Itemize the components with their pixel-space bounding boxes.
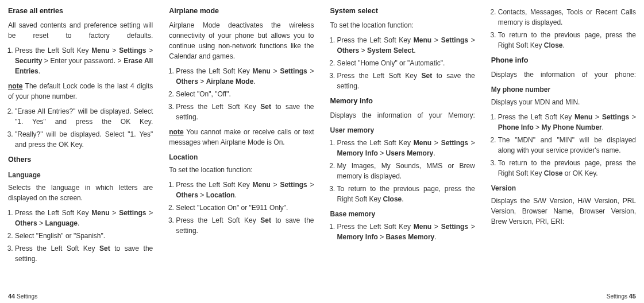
erase-step-2: "Erase All Entries?" will be displayed. … bbox=[15, 106, 153, 127]
language-step-1: Press the Left Soft Key Menu > Settings … bbox=[15, 208, 153, 228]
phone-info-description: Displays the information of your phone: bbox=[491, 69, 636, 80]
footer-left-page-44: 44 Settings bbox=[8, 292, 37, 301]
base-memory-steps: Press the Left Soft Key Menu > Settings … bbox=[330, 222, 475, 242]
my-number-step-3: To return to the previous page, press th… bbox=[498, 158, 636, 178]
footer-right-page-45: Settings 45 bbox=[607, 292, 636, 301]
heading-erase-all-entries: Erase all entries bbox=[8, 6, 153, 17]
language-steps: Press the Left Soft Key Menu > Settings … bbox=[8, 208, 153, 264]
heading-memory-info: Memory info bbox=[330, 96, 475, 107]
column-3: System select To set the location functi… bbox=[322, 0, 483, 303]
column-4: Contacts, Messages, Tools or Recent Call… bbox=[483, 0, 644, 303]
base-memory-step-3: To return to the previous page, press th… bbox=[498, 30, 636, 50]
base-memory-step-1: Press the Left Soft Key Menu > Settings … bbox=[337, 222, 475, 242]
airplane-step-2: Select "On", "Off". bbox=[176, 89, 314, 99]
system-step-3: Press the Left Soft Key Set to save the … bbox=[337, 71, 475, 91]
manual-page-spread: Erase all entries All saved contents and… bbox=[0, 0, 644, 303]
erase-steps: Press the Left Soft Key Menu > Settings … bbox=[8, 45, 153, 76]
location-description: To set the location function: bbox=[169, 165, 314, 175]
heading-airplane-mode: Airplane mode bbox=[169, 6, 314, 17]
memory-description: Displays the information of your Memory: bbox=[330, 110, 475, 121]
footer-label-settings: Settings bbox=[607, 293, 627, 300]
heading-my-phone-number: My phone number bbox=[491, 84, 636, 95]
user-memory-step-3: To return to the previous page, press th… bbox=[337, 184, 475, 204]
erase-note: note The default Lock code is the last 4… bbox=[8, 81, 153, 102]
user-memory-step-2: My Images, My Sounds, MMS or Brew memory… bbox=[337, 161, 475, 181]
system-description: To set the location function: bbox=[330, 20, 475, 30]
base-memory-step-2: Contacts, Messages, Tools or Recent Call… bbox=[498, 7, 636, 28]
version-description: Displays the S/W Version, H/W Version, P… bbox=[491, 196, 636, 227]
page-number-45: 45 bbox=[629, 293, 636, 300]
system-step-2: Select "Home Only" or "Automatic". bbox=[337, 58, 475, 68]
language-step-2: Select "English" or "Spanish". bbox=[15, 231, 153, 241]
heading-system-select: System select bbox=[330, 6, 475, 17]
column-2: Airplane mode Airplane Mode deactivates … bbox=[161, 0, 322, 303]
my-number-steps: Press the Left Soft Key Menu > Settings … bbox=[491, 112, 636, 178]
heading-version: Version bbox=[491, 183, 636, 193]
page-number-44: 44 bbox=[8, 293, 15, 300]
location-step-3: Press the Left Soft Key Set to save the … bbox=[176, 215, 314, 236]
airplane-step-1: Press the Left Soft Key Menu > Settings … bbox=[176, 66, 314, 87]
user-memory-steps: Press the Left Soft Key Menu > Settings … bbox=[330, 138, 475, 204]
erase-step-3: "Really?" will be displayed. Select "1. … bbox=[15, 129, 153, 150]
airplane-step-3: Press the Left Soft Key Set to save the … bbox=[176, 102, 314, 122]
system-steps: Press the Left Soft Key Menu > Settings … bbox=[330, 35, 475, 91]
note-label: note bbox=[8, 82, 22, 90]
erase-steps-cont: "Erase All Entries?" will be displayed. … bbox=[8, 106, 153, 150]
location-step-2: Select "Location On" or "E911 Only". bbox=[176, 203, 314, 213]
note-label: note bbox=[169, 128, 183, 136]
airplane-note: note You cannot make or receive calls or… bbox=[169, 127, 314, 147]
erase-step-1: Press the Left Soft Key Menu > Settings … bbox=[15, 45, 153, 76]
base-memory-steps-cont: Contacts, Messages, Tools or Recent Call… bbox=[491, 7, 636, 50]
user-memory-step-1: Press the Left Soft Key Menu > Settings … bbox=[337, 138, 475, 158]
system-step-1: Press the Left Soft Key Menu > Settings … bbox=[337, 35, 475, 56]
heading-user-memory: User memory bbox=[330, 125, 475, 135]
location-steps: Press the Left Soft Key Menu > Settings … bbox=[169, 180, 314, 236]
heading-location: Location bbox=[169, 152, 314, 162]
heading-phone-info: Phone info bbox=[491, 55, 636, 66]
heading-others: Others bbox=[8, 154, 153, 165]
footer-label-settings: Settings bbox=[17, 293, 37, 300]
language-step-3: Press the Left Soft Key Set to save the … bbox=[15, 243, 153, 264]
airplane-description: Airplane Mode deactivates the wireless c… bbox=[169, 20, 314, 61]
language-description: Selects the language in which letters ar… bbox=[8, 182, 153, 203]
erase-description: All saved contents and preference settin… bbox=[8, 20, 153, 41]
heading-language: Language bbox=[8, 170, 153, 180]
column-1: Erase all entries All saved contents and… bbox=[0, 0, 161, 303]
my-number-step-1: Press the Left Soft Key Menu > Settings … bbox=[498, 112, 636, 133]
location-step-1: Press the Left Soft Key Menu > Settings … bbox=[176, 180, 314, 200]
airplane-steps: Press the Left Soft Key Menu > Settings … bbox=[169, 66, 314, 122]
heading-base-memory: Base memory bbox=[330, 209, 475, 219]
my-number-description: Displays your MDN and MIN. bbox=[491, 97, 636, 107]
my-number-step-2: The "MDN" and "MIN" will be displayed al… bbox=[498, 135, 636, 156]
